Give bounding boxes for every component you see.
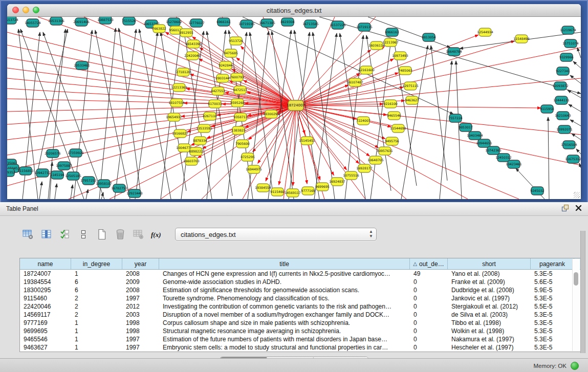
network-node[interactable]: 16944975	[246, 165, 262, 173]
network-node[interactable]: 11548498	[513, 35, 530, 43]
network-node[interactable]: 10755516	[343, 171, 359, 180]
network-node[interactable]: 7485063	[398, 67, 412, 75]
network-node[interactable]: 12776027	[188, 19, 205, 27]
network-node[interactable]: 9242844	[219, 61, 233, 70]
table-row[interactable]: 911546021997Tourette syndrome. Phenomeno…	[20, 294, 580, 302]
network-node[interactable]: 12444131	[553, 96, 570, 104]
network-node[interactable]: 15145451	[299, 137, 315, 145]
column-header-out_de[interactable]: △out_de…	[410, 258, 448, 269]
network-node[interactable]: 15278602	[166, 18, 182, 26]
network-node[interactable]: 9465546	[387, 112, 401, 120]
network-node[interactable]: 10973493	[392, 52, 408, 60]
column-header-in_degree[interactable]: in_degree	[71, 258, 122, 269]
network-node[interactable]: 9495756	[385, 137, 399, 145]
network-node[interactable]: 9699695	[315, 183, 330, 191]
network-node[interactable]: 18724007	[287, 100, 305, 111]
network-node[interactable]: 9329966	[559, 53, 574, 61]
network-node[interactable]: 10719195	[238, 20, 255, 28]
network-node[interactable]: 2803144	[215, 74, 230, 82]
table-row[interactable]: 2242004622012Investigating the contribut…	[20, 302, 580, 311]
delete-icon[interactable]	[113, 228, 128, 241]
column-header-short[interactable]: short	[448, 258, 531, 269]
citation-network-graph[interactable]: 2055372414055724205313062069140610887533…	[7, 17, 581, 199]
network-node[interactable]: 9245032	[530, 187, 545, 195]
network-node[interactable]: 10423461	[506, 160, 522, 168]
network-node[interactable]: 20691406	[73, 18, 90, 26]
network-node[interactable]: 8898222	[189, 147, 203, 156]
network-node[interactable]: 19384554	[255, 184, 271, 192]
network-node[interactable]: 8595268	[230, 99, 245, 107]
network-canvas[interactable]: 2055372414055724205313062069140610887533…	[7, 17, 581, 199]
network-node[interactable]: 1383823	[231, 126, 246, 135]
network-node[interactable]: 16543398	[185, 40, 202, 48]
column-header-title[interactable]: title	[159, 258, 410, 269]
network-node[interactable]: 9115958	[540, 105, 554, 113]
network-node[interactable]: 7905600	[235, 140, 250, 148]
resize-grip-icon[interactable]	[574, 192, 580, 198]
network-node[interactable]: 20531306	[48, 17, 64, 25]
network-node[interactable]: 17957253	[80, 177, 97, 185]
import-table-icon[interactable]	[131, 228, 146, 241]
network-node[interactable]: 12505185	[65, 172, 81, 180]
show-columns-icon[interactable]	[39, 228, 54, 241]
minimize-window-button[interactable]	[23, 7, 29, 13]
network-node[interactable]: 11544698	[390, 124, 406, 133]
zoom-window-button[interactable]	[33, 7, 39, 13]
network-node[interactable]: 9853017	[459, 123, 473, 132]
network-node[interactable]: 15992071	[556, 125, 573, 134]
table-row[interactable]: 946362711997Embryonic stem cells: a mode…	[20, 343, 580, 352]
network-node[interactable]: 8475685	[224, 49, 238, 57]
network-node[interactable]: 10742365	[485, 146, 502, 155]
network-node[interactable]: 6966163	[385, 28, 399, 36]
row-height-icon[interactable]	[76, 228, 91, 241]
network-node[interactable]: 11675312	[565, 155, 581, 163]
network-node[interactable]: 2718120	[176, 68, 190, 76]
network-node[interactable]: 18107554	[168, 99, 185, 107]
network-node[interactable]: 9777169	[301, 187, 315, 195]
table-row[interactable]: 969969511998Structural magnetic resonanc…	[20, 327, 580, 335]
network-node[interactable]: 12093872	[552, 82, 569, 90]
network-selector-dropdown[interactable]: citations_edges.txt ▲▼	[175, 228, 377, 241]
network-node[interactable]: 9227341	[556, 67, 570, 75]
network-node[interactable]: 19166827	[172, 129, 188, 138]
network-node[interactable]: 17016504	[561, 141, 577, 149]
network-node[interactable]: 10958107	[96, 180, 112, 188]
network-node[interactable]: 9463627	[405, 96, 419, 104]
network-node[interactable]: 16107487	[347, 78, 363, 86]
network-node[interactable]: 16036114	[368, 41, 385, 50]
table-row[interactable]: 1938455462009Genome-wide association stu…	[20, 278, 580, 286]
network-node[interactable]: 8912955	[179, 29, 193, 37]
network-node[interactable]: 20533461	[74, 61, 90, 70]
network-node[interactable]: 18300295	[263, 110, 279, 118]
network-node[interactable]: 14055724	[25, 19, 41, 27]
network-node[interactable]: 8427553	[211, 87, 225, 95]
network-node[interactable]: 10887533	[97, 17, 114, 24]
network-node[interactable]: 7600793	[230, 73, 244, 81]
function-builder-icon[interactable]: f(x)	[149, 228, 165, 241]
table-row[interactable]: 946554611997Estimation of the future num…	[20, 335, 580, 343]
network-node[interactable]: 10975887	[56, 162, 72, 170]
network-node[interactable]: 12161600	[358, 66, 375, 74]
network-node[interactable]: 7663822	[152, 25, 166, 33]
network-node[interactable]: 19654937	[166, 113, 182, 121]
table-row[interactable]: 1456911722003Disruption of a novel membe…	[20, 311, 580, 319]
network-node[interactable]: 12975115	[402, 82, 419, 90]
network-node[interactable]: 8170031	[208, 100, 222, 108]
network-node[interactable]: 8267110	[203, 112, 217, 120]
network-node[interactable]: 22420046	[184, 52, 201, 60]
network-node[interactable]: 11537226	[330, 21, 346, 29]
network-node[interactable]: 20553724	[7, 17, 18, 24]
table-row[interactable]: 1830029562008Estimation of significance …	[20, 286, 580, 294]
table-row[interactable]: 977716911998Corpus callosum shape and si…	[20, 319, 580, 327]
network-node[interactable]: 16603703	[183, 157, 200, 165]
network-node[interactable]: 9358717	[233, 113, 248, 121]
network-node[interactable]: 7557224	[448, 114, 463, 122]
network-node[interactable]: 8725295	[241, 153, 255, 161]
column-header-pagerank[interactable]: pagerank	[531, 258, 574, 269]
close-window-button[interactable]	[12, 7, 19, 13]
network-node[interactable]: 9115460	[270, 188, 285, 196]
network-node[interactable]: 9513724	[229, 37, 243, 45]
network-node[interactable]: 16713585	[302, 20, 319, 28]
panel-splitter[interactable]	[580, 231, 585, 353]
network-node[interactable]: 12213363	[171, 83, 187, 92]
